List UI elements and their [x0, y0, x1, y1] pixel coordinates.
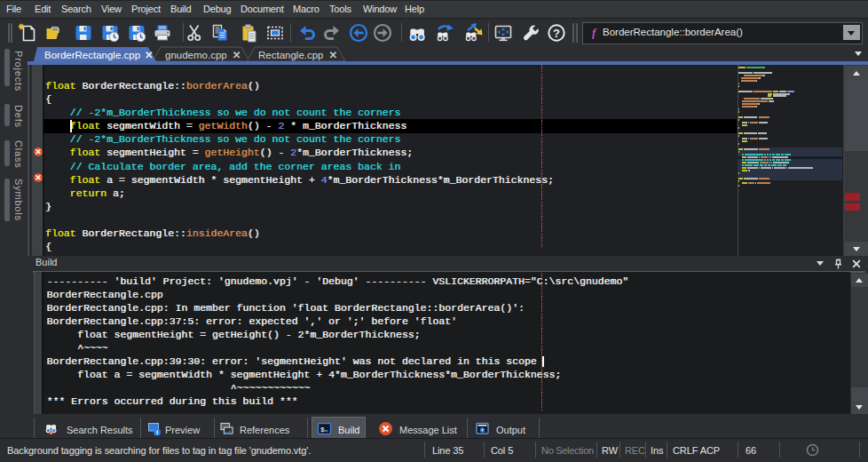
svg-text:$: $: [320, 426, 325, 434]
svg-text:i: i: [156, 428, 158, 436]
svg-text:?: ?: [553, 27, 560, 40]
